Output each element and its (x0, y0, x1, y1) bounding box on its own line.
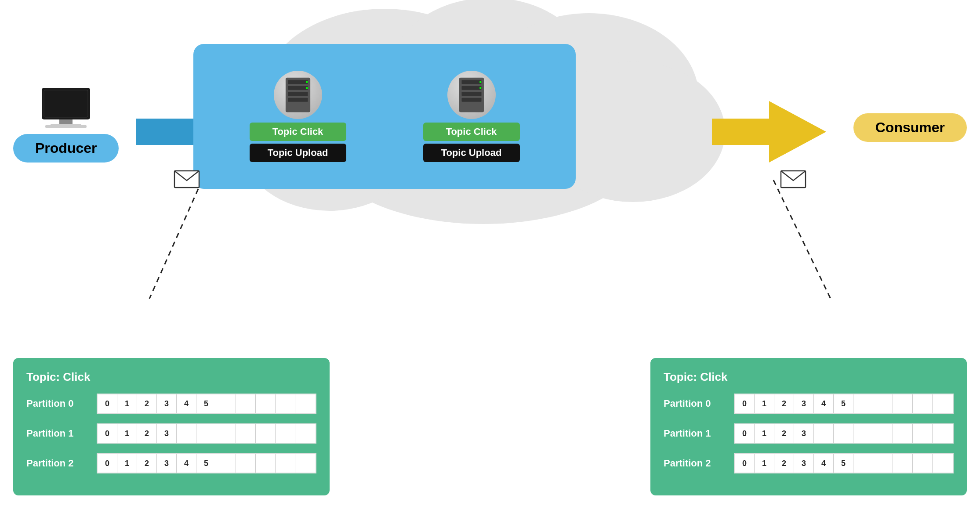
cell (196, 424, 216, 443)
cell (913, 454, 933, 473)
cell (893, 394, 913, 413)
cell: 0 (735, 394, 755, 413)
right-partition-2-cells: 0 1 2 3 4 5 (734, 453, 954, 473)
right-partition-0-cells: 0 1 2 3 4 5 (734, 394, 954, 414)
cell (893, 424, 913, 443)
cell (276, 454, 295, 473)
cell: 4 (177, 454, 196, 473)
cell (853, 394, 873, 413)
svg-rect-24 (461, 86, 481, 90)
svg-rect-18 (288, 92, 308, 96)
cell: 2 (137, 394, 157, 413)
broker-box: Topic Click Topic Upload Topic Click (193, 44, 576, 189)
cell: 0 (98, 454, 117, 473)
right-partition-0-row: Partition 0 0 1 2 3 4 5 (664, 394, 954, 414)
node1-topic-click: Topic Click (250, 123, 346, 141)
svg-point-28 (479, 87, 482, 89)
broker-node-2: Topic Click Topic Upload (423, 71, 520, 162)
svg-rect-11 (44, 90, 88, 117)
right-partition-1-row: Partition 1 0 1 2 3 (664, 423, 954, 444)
cell: 4 (814, 454, 834, 473)
cell (873, 454, 893, 473)
cell: 5 (834, 394, 853, 413)
cell: 5 (196, 394, 216, 413)
cell: 1 (117, 394, 137, 413)
cell (853, 424, 873, 443)
cell (236, 394, 256, 413)
cell: 1 (755, 394, 774, 413)
cell (814, 424, 834, 443)
cell: 2 (774, 394, 794, 413)
cell (216, 424, 236, 443)
consumer-label: Consumer (853, 113, 967, 142)
node2-topic-upload: Topic Upload (423, 144, 520, 162)
left-partition-2-cells: 0 1 2 3 4 5 (97, 453, 316, 473)
cell (834, 424, 853, 443)
cell: 3 (794, 424, 814, 443)
topic-panel-right-title: Topic: Click (664, 370, 954, 384)
cell (853, 454, 873, 473)
cell (216, 454, 236, 473)
svg-line-9 (773, 180, 831, 299)
right-partition-0-label: Partition 0 (664, 398, 734, 409)
cell: 3 (157, 394, 177, 413)
svg-rect-16 (288, 80, 308, 84)
cell (276, 394, 295, 413)
left-partition-2-row: Partition 2 0 1 2 3 4 5 (26, 453, 316, 473)
producer-area: Producer (13, 86, 119, 163)
cell (276, 424, 295, 443)
left-partition-0-label: Partition 0 (26, 398, 97, 409)
svg-point-20 (306, 81, 308, 83)
cell: 1 (117, 424, 137, 443)
right-partition-2-label: Partition 2 (664, 458, 734, 469)
cell: 2 (774, 424, 794, 443)
left-partition-2-label: Partition 2 (26, 458, 97, 469)
cell: 5 (834, 454, 853, 473)
cell (177, 424, 196, 443)
cell (236, 424, 256, 443)
topic-panel-right: Topic: Click Partition 0 0 1 2 3 4 5 Par… (650, 358, 967, 495)
cell (236, 454, 256, 473)
producer-label: Producer (13, 134, 119, 163)
cell (295, 454, 315, 473)
svg-point-27 (479, 81, 482, 83)
node2-topic-click: Topic Click (423, 123, 520, 141)
cell: 3 (794, 454, 814, 473)
node1-labels: Topic Click Topic Upload (250, 123, 346, 162)
cell: 5 (196, 454, 216, 473)
right-partition-1-cells: 0 1 2 3 (734, 423, 954, 444)
svg-point-21 (306, 87, 308, 89)
envelope-left-icon (174, 167, 200, 195)
cell (873, 424, 893, 443)
cell: 3 (157, 424, 177, 443)
cell (933, 394, 952, 413)
left-partition-0-row: Partition 0 0 1 2 3 4 5 (26, 394, 316, 414)
left-partition-1-cells: 0 1 2 3 (97, 423, 316, 444)
server-icon-2 (447, 71, 496, 119)
cell: 1 (117, 454, 137, 473)
cell (933, 454, 952, 473)
right-partition-2-row: Partition 2 0 1 2 3 4 5 (664, 453, 954, 473)
cell (295, 394, 315, 413)
cell: 0 (98, 394, 117, 413)
envelope-right-icon (780, 167, 806, 195)
svg-rect-17 (288, 86, 308, 90)
svg-rect-14 (45, 125, 87, 128)
server-icon-1 (274, 71, 322, 119)
left-partition-0-cells: 0 1 2 3 4 5 (97, 394, 316, 414)
cell (913, 424, 933, 443)
cell: 3 (794, 394, 814, 413)
right-partition-1-label: Partition 1 (664, 428, 734, 439)
cell (256, 424, 276, 443)
cell (216, 394, 236, 413)
consumer-area: Consumer (853, 113, 967, 142)
cell (913, 394, 933, 413)
cell (933, 424, 952, 443)
topic-panel-left-title: Topic: Click (26, 370, 316, 384)
broker-node-1: Topic Click Topic Upload (250, 71, 346, 162)
cell: 2 (137, 424, 157, 443)
cell (873, 394, 893, 413)
node2-labels: Topic Click Topic Upload (423, 123, 520, 162)
svg-rect-19 (288, 98, 308, 102)
svg-rect-23 (461, 80, 481, 84)
